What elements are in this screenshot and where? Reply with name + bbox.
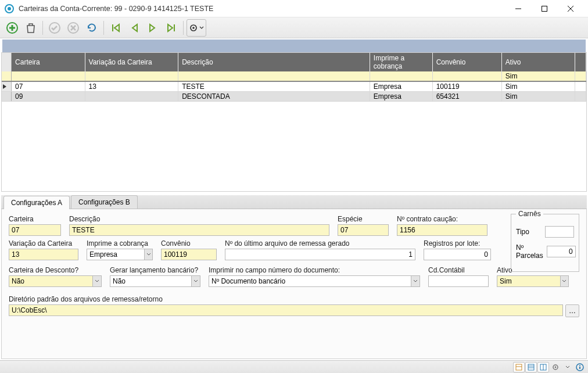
label-imprimir-campo: Imprimir no campo número do documento: (209, 266, 420, 274)
chevron-down-icon[interactable] (411, 275, 420, 287)
cancel-button[interactable] (64, 19, 82, 37)
settings-button[interactable] (187, 19, 206, 37)
confirm-button[interactable] (46, 19, 63, 37)
maximize-button[interactable] (531, 1, 557, 17)
parcelas-input[interactable] (547, 246, 576, 257)
chevron-down-icon[interactable] (561, 275, 569, 287)
refresh-button[interactable] (83, 19, 101, 37)
imprime-select[interactable] (87, 249, 145, 260)
last-button[interactable] (163, 19, 180, 37)
table-row[interactable]: 09 DESCONTADA Empresa 654321 Sim (2, 92, 586, 102)
gerar-lanc-select[interactable] (110, 275, 192, 287)
col-convenio[interactable]: Convênio (432, 53, 501, 71)
variacao-input[interactable] (9, 249, 78, 260)
label-imprime: Imprime a cobrança (87, 239, 153, 248)
diretorio-input[interactable] (9, 304, 563, 316)
label-descricao: Descrição (69, 215, 329, 223)
delete-button[interactable] (22, 19, 40, 37)
tab-config-a[interactable]: Configurações A (3, 196, 70, 209)
carteira-input[interactable] (9, 224, 61, 236)
label-cart-desc: Carteira de Desconto? (9, 266, 102, 274)
cd-contabil-input[interactable] (428, 275, 489, 287)
col-descricao[interactable]: Descrição (178, 53, 370, 71)
carnes-group: Carnês Tipo Nº Parcelas (511, 214, 579, 272)
convenio-input[interactable] (161, 249, 217, 260)
chevron-down-icon[interactable] (145, 249, 153, 260)
close-button[interactable] (557, 1, 583, 17)
svg-point-23 (555, 366, 557, 368)
table-row[interactable]: 07 13 TESTE Empresa 100119 Sim (2, 81, 586, 92)
info-icon[interactable] (574, 362, 586, 372)
contrato-caucao-input[interactable] (397, 224, 487, 236)
carnes-legend: Carnês (516, 210, 543, 218)
tipo-input[interactable] (545, 226, 574, 238)
col-carteira[interactable]: Carteira (12, 53, 85, 71)
label-parcelas: Nº Parcelas (516, 243, 543, 260)
group-header-band (2, 40, 586, 52)
chevron-down-icon[interactable] (562, 362, 573, 372)
label-especie: Espécie (338, 215, 389, 223)
label-gerar-lanc: Gerar lançamento bancário? (110, 266, 200, 274)
add-button[interactable] (3, 19, 21, 37)
label-tipo: Tipo (516, 228, 529, 236)
col-ativo[interactable]: Ativo (501, 53, 575, 71)
chevron-down-icon[interactable] (192, 275, 200, 287)
prev-button[interactable] (126, 19, 143, 37)
imprimir-campo-select[interactable] (209, 275, 411, 287)
svg-rect-1 (542, 6, 547, 11)
view-button-1[interactable] (513, 362, 525, 372)
ativo-select[interactable] (497, 275, 561, 287)
new-row[interactable]: Sim (2, 71, 586, 81)
app-icon (5, 4, 14, 13)
label-cd-contabil: Cd.Contábil (428, 266, 489, 274)
svg-rect-17 (528, 364, 534, 370)
svg-rect-15 (516, 364, 522, 370)
col-imprime[interactable]: Imprime a cobrança (370, 53, 432, 71)
svg-point-14 (192, 27, 195, 29)
window-title: Carteiras da Conta-Corrente: 99 - 0290-9… (19, 5, 505, 13)
cart-desc-select[interactable] (9, 275, 93, 287)
chevron-down-icon[interactable] (93, 275, 102, 287)
browse-button[interactable]: … (565, 304, 579, 317)
minimize-button[interactable] (505, 1, 531, 17)
ultimo-arquivo-input[interactable] (225, 249, 415, 260)
label-registros-lote: Registros por lote: (424, 239, 491, 248)
label-contrato-caucao: Nº contrato caução: (397, 215, 487, 223)
svg-point-26 (579, 365, 580, 366)
label-convenio: Convênio (161, 239, 217, 248)
first-button[interactable] (107, 19, 124, 37)
tab-config-b[interactable]: Configurações B (71, 195, 138, 209)
label-ultimo-arquivo: Nº do último arquivo de remessa gerado (225, 239, 415, 248)
label-carteira: Carteira (9, 215, 61, 223)
label-variacao: Variação da Carteira (9, 239, 78, 248)
descricao-input[interactable] (69, 224, 329, 236)
registros-lote-input[interactable] (424, 249, 491, 260)
label-diretorio: Diretório padrão dos arquivos de remessa… (9, 295, 579, 303)
gear-icon[interactable] (550, 362, 561, 372)
col-variacao[interactable]: Variação da Carteira (85, 53, 178, 71)
row-indicator-header (2, 53, 12, 71)
view-button-2[interactable] (525, 362, 537, 372)
view-button-3[interactable] (537, 362, 549, 372)
carteiras-grid[interactable]: Carteira Variação da Carteira Descrição … (2, 53, 586, 102)
next-button[interactable] (144, 19, 162, 37)
especie-input[interactable] (338, 224, 389, 236)
col-blank (575, 53, 586, 71)
